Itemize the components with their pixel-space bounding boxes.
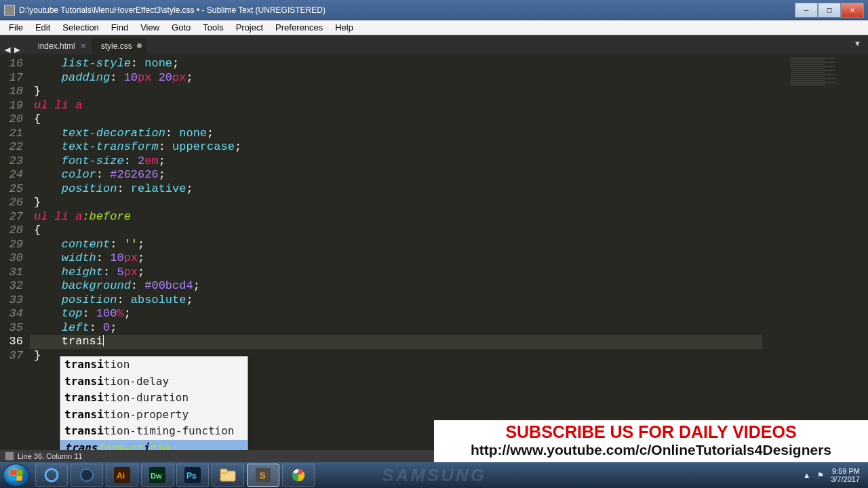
autocomplete-item[interactable]: transition-property (60, 407, 248, 424)
taskbar-chrome-canary-icon[interactable] (71, 464, 103, 487)
menu-selection[interactable]: Selection (56, 21, 104, 34)
taskbar-ie-icon[interactable] (35, 464, 68, 487)
svg-point-1 (81, 469, 93, 481)
svg-text:Ai: Ai (117, 471, 125, 481)
tab-index-html[interactable]: index.html× (28, 38, 90, 54)
watermark: SAMSUNG (382, 465, 486, 486)
autocomplete-popup[interactable]: transitiontransition-delaytransition-dur… (60, 356, 248, 457)
nav-arrows: ◀ ▶ (3, 45, 22, 54)
taskbar: Ai Dw Ps S SAMSUNG ▲ ⚑ 9:59 PM 3/7/2017 (0, 462, 868, 488)
menu-edit[interactable]: Edit (29, 21, 56, 34)
tab-row: ◀ ▶ index.html×style.css ▼ (0, 35, 868, 54)
start-button[interactable] (3, 464, 30, 487)
autocomplete-item[interactable]: transition-timing-function (60, 423, 248, 440)
tabs-overflow-icon[interactable]: ▼ (854, 39, 861, 47)
svg-point-0 (45, 469, 58, 481)
banner-line2: http://www.youtube.com/c/OnlineTutorials… (434, 442, 868, 458)
menu-project[interactable]: Project (230, 21, 269, 34)
title-bar: D:\youtube Tutorials\MenuHoverEffect3\st… (0, 0, 868, 20)
menu-file[interactable]: File (3, 21, 29, 34)
menu-help[interactable]: Help (329, 21, 359, 34)
tray-flag-icon[interactable]: ⚑ (817, 471, 824, 480)
svg-rect-9 (220, 469, 227, 473)
svg-text:Dw: Dw (151, 472, 162, 480)
tray-expand-icon[interactable]: ▲ (803, 471, 810, 479)
svg-text:S: S (260, 470, 266, 481)
system-tray[interactable]: ▲ ⚑ 9:59 PM 3/7/2017 (803, 467, 865, 483)
menu-preferences[interactable]: Preferences (269, 21, 329, 34)
autocomplete-item[interactable]: transition (60, 357, 248, 373)
dirty-indicator-icon[interactable] (137, 43, 142, 48)
app-icon (4, 5, 15, 16)
taskbar-photoshop-icon[interactable]: Ps (176, 464, 209, 487)
autocomplete-item[interactable]: transition-delay (60, 373, 248, 390)
close-button[interactable]: ✕ (841, 3, 864, 18)
menu-view[interactable]: View (134, 21, 165, 34)
menu-bar: FileEditSelectionFindViewGotoToolsProjec… (0, 20, 868, 35)
svg-text:Ps: Ps (186, 471, 197, 481)
window-title: D:\youtube Tutorials\MenuHoverEffect3\st… (19, 5, 795, 15)
menu-goto[interactable]: Goto (165, 21, 197, 34)
nav-back-icon[interactable]: ◀ (3, 45, 12, 54)
window-buttons: — □ ✕ (795, 3, 864, 18)
taskbar-chrome-icon[interactable] (282, 464, 315, 487)
taskbar-illustrator-icon[interactable]: Ai (106, 464, 138, 487)
promo-banner: SUBSCRIBE US FOR DAILY VIDEOS http://www… (434, 420, 868, 462)
banner-line1: SUBSCRIBE US FOR DAILY VIDEOS (434, 422, 868, 442)
nav-forward-icon[interactable]: ▶ (12, 45, 22, 54)
menu-find[interactable]: Find (105, 21, 134, 34)
close-tab-icon[interactable]: × (81, 41, 86, 51)
menu-tools[interactable]: Tools (197, 21, 229, 34)
status-text: Line 36, Column 11 (18, 452, 82, 460)
maximize-button[interactable]: □ (818, 3, 841, 18)
taskbar-sublime-icon[interactable]: S (247, 464, 279, 487)
taskbar-dreamweaver-icon[interactable]: Dw (141, 464, 174, 487)
taskbar-explorer-icon[interactable] (212, 464, 244, 487)
line-number-gutter: 1617181920212223242526272829303132333435… (0, 54, 30, 363)
windows-logo-icon (9, 470, 23, 481)
code-editor[interactable]: 1617181920212223242526272829303132333435… (0, 54, 868, 469)
autocomplete-item[interactable]: transition-duration (60, 390, 248, 407)
code-area[interactable]: list-style: none; padding: 10px 20px;}ul… (34, 57, 762, 363)
tray-clock[interactable]: 9:59 PM 3/7/2017 (831, 467, 860, 483)
tab-style-css[interactable]: style.css (92, 38, 147, 54)
minimize-button[interactable]: — (795, 3, 818, 18)
status-icon (5, 452, 14, 460)
minimap[interactable] (791, 57, 865, 131)
